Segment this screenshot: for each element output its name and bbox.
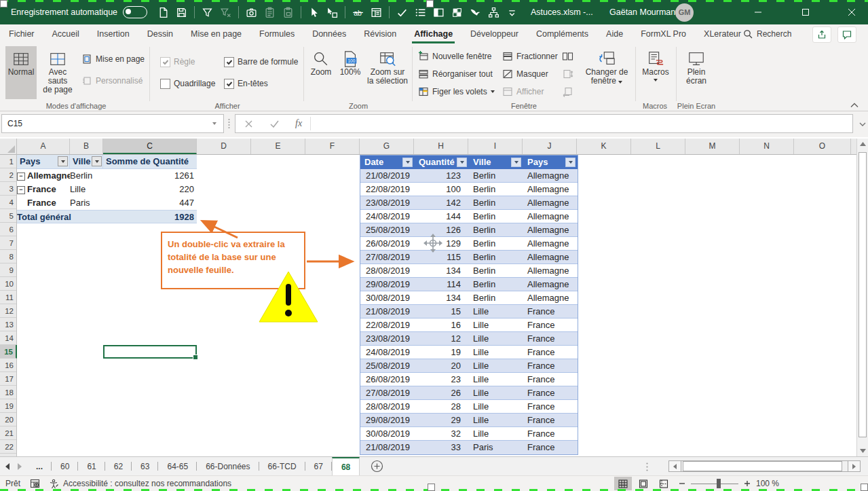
tabstrip-drag-handle[interactable] xyxy=(646,462,648,471)
pivot-header-ville[interactable]: Ville xyxy=(70,155,103,168)
cell-quantite[interactable]: 144 xyxy=(415,210,469,223)
cell-pays[interactable]: France xyxy=(523,346,578,359)
column-header[interactable]: M xyxy=(685,139,740,154)
cell-pays[interactable]: Allemagne xyxy=(523,223,578,236)
row-header[interactable]: 19 xyxy=(0,399,16,413)
pivot-row-ville[interactable]: Paris xyxy=(70,196,103,210)
collapse-icon[interactable]: − xyxy=(17,186,25,194)
formula-bar-drag-handle[interactable] xyxy=(228,118,230,129)
cell-pays[interactable]: France xyxy=(523,427,578,440)
cell-ville[interactable]: Berlin xyxy=(469,223,523,236)
cell-ville[interactable]: Lille xyxy=(469,386,523,399)
row-header[interactable]: 1 xyxy=(0,155,16,168)
cell-date[interactable]: 24/08/2019 xyxy=(360,210,415,223)
cell-ville[interactable]: Lille xyxy=(469,373,523,386)
cell-quantite[interactable]: 15 xyxy=(415,305,469,318)
name-box[interactable]: C15 xyxy=(1,114,224,133)
cell-quantite[interactable]: 29 xyxy=(415,414,469,426)
cell-quantite[interactable]: 26 xyxy=(415,386,469,399)
ribbon-tab[interactable]: FormXL Pro xyxy=(632,24,695,43)
table-filter-button[interactable] xyxy=(402,158,413,167)
cell-ville[interactable]: Berlin xyxy=(469,237,523,250)
pivot-header-pays[interactable]: Pays xyxy=(17,155,70,168)
sheet-tab[interactable]: 60 xyxy=(52,457,78,475)
cell-pays[interactable]: France xyxy=(523,319,578,331)
selected-cell[interactable] xyxy=(103,345,197,359)
avatar[interactable]: GM xyxy=(675,3,694,22)
cell-pays[interactable]: France xyxy=(523,305,578,318)
zoom-in-button[interactable] xyxy=(744,480,751,487)
filter-icon[interactable] xyxy=(202,7,213,18)
search-icon[interactable] xyxy=(743,29,753,39)
bullet-list-icon[interactable] xyxy=(415,7,426,18)
vertical-scrollbar-thumb[interactable] xyxy=(858,152,867,437)
cell-pays[interactable]: France xyxy=(523,414,578,426)
sheet-tab[interactable]: 62 xyxy=(105,457,132,475)
row-header[interactable]: 6 xyxy=(0,223,16,236)
cell-date[interactable]: 29/08/2019 xyxy=(360,278,415,291)
cell-pays[interactable]: Allemagne xyxy=(523,196,578,209)
search-label[interactable]: Recherch xyxy=(757,29,791,39)
table-filter-button[interactable] xyxy=(457,158,467,167)
cell-pays[interactable]: France xyxy=(523,373,578,386)
cell-pays[interactable]: France xyxy=(523,400,578,413)
zoom-to-selection-button[interactable]: Zoom surla sélection xyxy=(365,46,410,99)
cell-quantite[interactable]: 142 xyxy=(415,196,469,209)
cell-ville[interactable]: Berlin xyxy=(469,196,523,209)
cell-date[interactable]: 21/08/2019 xyxy=(360,305,415,318)
strikethrough-icon[interactable]: ab xyxy=(352,7,364,18)
row-header[interactable]: 11 xyxy=(0,291,16,304)
cell-ville[interactable]: Berlin xyxy=(469,210,523,223)
cell-ville[interactable]: Paris xyxy=(469,441,523,454)
column-header[interactable]: H xyxy=(414,139,468,154)
ribbon-tab[interactable]: Insertion xyxy=(88,24,138,43)
row-header[interactable]: 15 xyxy=(0,345,17,359)
cell-pays[interactable]: France xyxy=(523,386,578,399)
swift-bird-icon[interactable] xyxy=(470,7,481,18)
autosave-toggle[interactable] xyxy=(123,6,147,18)
cell-ville[interactable]: Lille xyxy=(469,305,523,318)
cell-pays[interactable]: France xyxy=(523,441,578,454)
cell-quantite[interactable]: 129 xyxy=(415,237,469,250)
cell-date[interactable]: 30/08/2019 xyxy=(360,427,415,440)
row-header[interactable]: 3 xyxy=(0,182,16,196)
cell-quantite[interactable]: 19 xyxy=(415,346,469,359)
page-break-status-button[interactable] xyxy=(655,477,673,490)
ribbon-tab[interactable]: Affichage xyxy=(405,24,461,43)
cell-ville[interactable]: Berlin xyxy=(469,183,523,196)
select-objects-icon[interactable] xyxy=(326,7,338,18)
column-header[interactable]: A xyxy=(17,139,70,154)
cell-quantite[interactable]: 100 xyxy=(415,183,469,196)
headings-checkbox[interactable]: En-têtes xyxy=(224,76,268,91)
vertical-scrollbar[interactable] xyxy=(856,139,868,456)
cell-pays[interactable]: Allemagne xyxy=(523,264,578,277)
column-header[interactable]: N xyxy=(740,139,794,154)
reset-window-position-button[interactable] xyxy=(562,84,573,99)
cell-date[interactable]: 29/08/2019 xyxy=(360,414,415,426)
custom-views-button[interactable]: Personnalisé xyxy=(81,73,143,88)
collapse-ribbon-button[interactable] xyxy=(850,103,858,108)
hscroll-left-arrow[interactable] xyxy=(668,460,681,472)
pivot-row-qty[interactable]: 220 xyxy=(103,183,197,196)
cell-date[interactable]: 24/08/2019 xyxy=(360,346,415,359)
save-icon[interactable] xyxy=(176,7,187,18)
row-header[interactable]: 5 xyxy=(0,209,16,223)
cell-date[interactable]: 22/08/2019 xyxy=(360,319,415,331)
sheet-tab[interactable]: 64-65 xyxy=(158,457,197,475)
pivot-row-qty[interactable]: 1261 xyxy=(103,169,197,183)
row-header[interactable]: 21 xyxy=(0,426,16,440)
share-button[interactable] xyxy=(812,26,831,43)
layout-panel-icon[interactable] xyxy=(433,7,445,18)
cell-quantite[interactable]: 20 xyxy=(415,359,469,372)
formula-bar-expand-button[interactable] xyxy=(856,111,868,137)
full-screen-button[interactable]: Pleinécran xyxy=(679,46,714,99)
pivot-row-pays[interactable]: −France xyxy=(17,183,70,196)
normal-view-button[interactable]: Normal xyxy=(5,46,37,99)
column-header[interactable]: J xyxy=(523,139,577,154)
check-mark-icon[interactable] xyxy=(396,7,408,18)
cell-quantite[interactable]: 33 xyxy=(415,441,469,454)
cell-ville[interactable]: Berlin xyxy=(469,251,523,263)
cell-date[interactable]: 30/08/2019 xyxy=(360,291,415,304)
column-header[interactable]: D xyxy=(197,139,251,154)
ribbon-tab[interactable]: Révision xyxy=(355,24,405,43)
